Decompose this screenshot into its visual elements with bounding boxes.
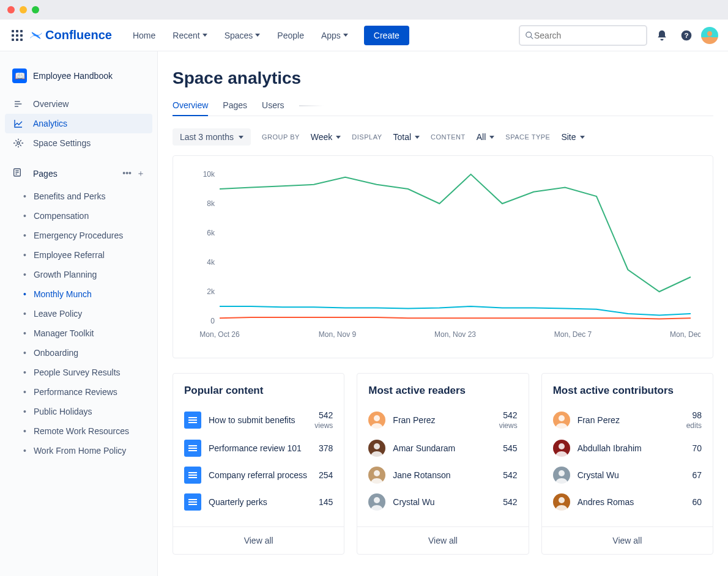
filter-content[interactable]: All [477,132,495,142]
nav-people[interactable]: People [271,27,310,44]
sidebar-item-analytics[interactable]: Analytics [5,114,152,133]
list-item[interactable]: Abdullah Ibrahim70 [553,435,702,462]
notifications-icon[interactable] [652,26,672,45]
svg-text:8k: 8k [207,199,215,208]
list-item[interactable]: Amar Sundaram545 [368,435,517,462]
chevron-down-icon [239,136,243,139]
nav-home[interactable]: Home [127,27,162,44]
avatar [553,467,570,484]
search-input[interactable] [519,25,647,46]
chevron-down-icon [415,136,420,139]
cards-grid: Popular content How to submit benefits54… [173,373,713,555]
svg-text:10k: 10k [203,170,215,179]
page-tree-item[interactable]: Employee Referral [5,245,152,265]
svg-text:Mon, Oct 26: Mon, Oct 26 [199,330,240,339]
page-tree-item[interactable]: Leave Policy [5,304,152,323]
app-switcher-icon[interactable] [10,28,24,43]
nav-apps[interactable]: Apps [315,27,354,44]
label-group-by: GROUP BY [262,133,300,141]
more-actions-icon[interactable]: ••• [122,168,132,179]
avatar [368,467,385,484]
filters-bar: Last 3 months GROUP BY Week DISPLAY Tota… [173,128,713,146]
item-name: Performance review 101 [209,443,311,453]
list-item[interactable]: Performance review 101378 [184,435,333,462]
svg-point-25 [374,443,380,449]
item-name: Fran Perez [393,415,491,425]
page-tree-item[interactable]: Performance Reviews [5,382,152,402]
page-tree-item[interactable]: Work From Home Policy [5,441,152,460]
sidebar-pages-header[interactable]: Pages ••• ＋ [5,163,152,184]
avatar [553,440,570,457]
item-name: Crystal Wu [393,497,496,507]
add-page-icon[interactable]: ＋ [136,168,145,179]
filter-date-range[interactable]: Last 3 months [173,128,251,146]
item-name: Andres Romas [578,497,685,507]
avatar [553,412,570,429]
help-icon[interactable]: ? [677,26,696,45]
page-tree-item[interactable]: Onboarding [5,343,152,363]
sidebar-item-overview[interactable]: Overview [5,94,152,114]
nav-recent[interactable]: Recent [166,27,213,44]
view-all-button[interactable]: View all [173,526,344,554]
svg-text:Mon, Nov 23: Mon, Nov 23 [434,330,476,339]
page-tree-item[interactable]: People Survey Results [5,363,152,382]
list-item[interactable]: Jane Rotanson542 [368,462,517,489]
tab-users[interactable]: Users [262,95,284,116]
list-item[interactable]: Fran Perez542views [368,405,517,435]
view-all-button[interactable]: View all [542,526,713,554]
svg-text:Mon, Dec 7: Mon, Dec 7 [554,330,592,339]
space-name: Employee Handbook [33,71,113,81]
item-name: Jane Rotanson [393,470,496,480]
chevron-down-icon [336,136,341,139]
list-item[interactable]: Company referral process254 [184,462,333,489]
create-button[interactable]: Create [364,26,409,45]
page-tree-item[interactable]: Monthly Munch [5,284,152,304]
page-icon [184,412,201,429]
list-item[interactable]: Fran Perez98edits [553,405,702,435]
filter-space-type[interactable]: Site [561,132,584,142]
filter-group-by[interactable]: Week [311,132,341,142]
item-value: 70 [692,443,702,453]
svg-point-24 [374,415,380,421]
list-item[interactable]: Crystal Wu542 [368,489,517,515]
user-avatar[interactable] [701,27,718,44]
page-tree-item[interactable]: Remote Work Resources [5,421,152,441]
svg-point-28 [559,415,565,421]
svg-text:?: ? [684,31,688,39]
maximize-window-button[interactable] [32,6,39,13]
line-chart: 02k4k6k8k10kMon, Oct 26Mon, Nov 9Mon, No… [185,168,700,345]
page-tree-item[interactable]: Benefits and Perks [5,186,152,206]
chevron-down-icon [489,136,494,139]
confluence-logo[interactable]: Confluence [29,28,112,42]
svg-point-27 [374,497,380,503]
page-tree-item[interactable]: Manager Toolkit [5,323,152,343]
list-item[interactable]: Crystal Wu67 [553,462,702,489]
item-name: Fran Perez [578,415,679,425]
item-value: 60 [692,497,702,507]
sidebar-item-space-settings[interactable]: Space Settings [5,133,152,153]
tab-overview[interactable]: Overview [173,95,208,116]
page-tree-item[interactable]: Compensation [5,206,152,226]
avatar [368,493,385,511]
item-value: 545 [503,443,517,453]
card-active-readers: Most active readers Fran Perez542viewsAm… [357,373,529,555]
label-display: DISPLAY [352,133,382,141]
tab-pages[interactable]: Pages [223,95,247,116]
list-item[interactable]: Quarterly perks145 [184,489,333,515]
minimize-window-button[interactable] [20,6,27,13]
list-item[interactable]: How to submit benefits542views [184,405,333,435]
close-window-button[interactable] [7,6,15,13]
view-all-button[interactable]: View all [357,526,528,554]
list-item[interactable]: Andres Romas60 [553,489,702,515]
space-header[interactable]: 📖 Employee Handbook [5,64,152,88]
pages-icon [12,168,24,179]
svg-point-4 [707,31,712,36]
page-tree-item[interactable]: Public Holidays [5,402,152,421]
chevron-down-icon [343,34,348,37]
label-content: CONTENT [431,133,466,141]
page-tree-item[interactable]: Growth Planning [5,265,152,284]
gear-icon [12,138,24,148]
page-tree-item[interactable]: Emergency Procedures [5,226,152,245]
nav-spaces[interactable]: Spaces [218,27,267,44]
filter-display[interactable]: Total [393,132,420,142]
